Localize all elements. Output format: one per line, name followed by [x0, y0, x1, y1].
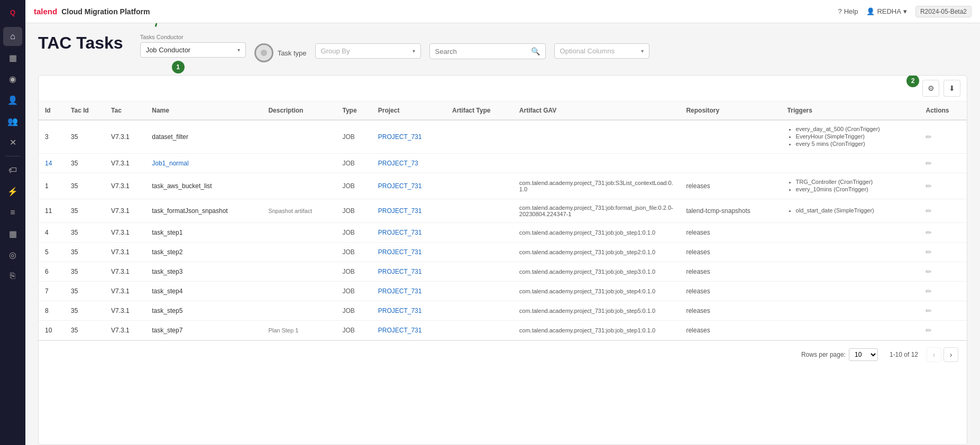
conductor-select[interactable]: Job Conductor ▾ [140, 42, 246, 58]
cell-repository: releases [680, 173, 781, 199]
sidebar-item-circle[interactable]: ◉ [3, 69, 22, 88]
cell-tac-id: 35 [65, 321, 105, 340]
cell-id: 10 [39, 321, 65, 340]
cell-id: 1 [39, 173, 65, 199]
table-download-button[interactable]: ⬇ [944, 80, 960, 97]
sidebar-item-tools[interactable]: ✕ [3, 133, 22, 152]
row-name-link[interactable]: Job1_normal [152, 160, 188, 167]
cell-name: task_aws_bucket_list [145, 173, 262, 199]
cell-project: PROJECT_731 [372, 262, 446, 282]
cell-artifact-type [446, 321, 513, 340]
edit-icon[interactable]: ✏ [926, 287, 932, 295]
sidebar-item-list[interactable]: ≡ [3, 203, 22, 222]
sidebar-item-grid[interactable]: ▦ [3, 224, 22, 243]
cell-description [262, 120, 336, 154]
cell-repository: releases [680, 243, 781, 262]
cell-project: PROJECT_731 [372, 282, 446, 301]
cell-actions: ✏ [919, 223, 967, 243]
groupby-select[interactable]: Group By ▾ [315, 43, 421, 59]
cell-actions: ✏ [919, 301, 967, 321]
optional-columns-select[interactable]: Optional Columns ▾ [554, 43, 649, 59]
toggle-label: Task type [278, 49, 307, 57]
cell-artifact-gav: com.talend.academy.project_731:job:job_s… [513, 301, 680, 321]
table-row: 7 35 V7.3.1 task_step4 JOB PROJECT_731 c… [39, 282, 967, 301]
cell-artifact-type [446, 223, 513, 243]
filter-row: Tasks Conductor Job Conductor ▾ 1 ➚ [140, 34, 967, 62]
sidebar-item-tag[interactable]: 🏷 [3, 161, 22, 180]
arrow-1: ➚ [147, 23, 166, 32]
conductor-wrapper: Tasks Conductor Job Conductor ▾ 1 ➚ [140, 34, 246, 58]
edit-icon[interactable]: ✏ [926, 326, 932, 335]
search-input[interactable] [435, 48, 528, 55]
edit-icon[interactable]: ✏ [926, 207, 932, 215]
cell-artifact-gav [513, 120, 680, 154]
cell-tac: V7.3.1 [105, 321, 145, 340]
table-row: 14 35 V7.3.1 Job1_normal JOB PROJECT_73 … [39, 154, 967, 173]
cell-type: JOB [336, 173, 372, 199]
groupby-chevron-icon: ▾ [413, 48, 415, 54]
conductor-filter: Tasks Conductor Job Conductor ▾ [140, 34, 246, 58]
edit-icon[interactable]: ✏ [926, 267, 932, 276]
task-type-toggle[interactable]: Task type [254, 43, 307, 62]
col-header-tac: Tac [105, 101, 145, 120]
cell-name: task_step5 [145, 301, 262, 321]
cell-description: Plan Step 1 [262, 321, 336, 340]
prev-page-button[interactable]: ‹ [927, 347, 941, 362]
row-name-link[interactable]: 14 [45, 160, 52, 167]
cell-actions: ✏ [919, 173, 967, 199]
cell-triggers [781, 321, 920, 340]
cell-repository: releases [680, 262, 781, 282]
edit-icon[interactable]: ✏ [926, 307, 932, 315]
edit-icon[interactable]: ✏ [926, 182, 932, 190]
col-header-artifact-type: Artifact Type [446, 101, 513, 120]
page-header: TAC Tasks Tasks Conductor Job Conductor … [38, 34, 967, 62]
cell-id: 6 [39, 262, 65, 282]
table-row: 11 35 V7.3.1 task_formatJson_snpashot Sn… [39, 199, 967, 223]
cell-triggers: TRG_Controller (CronTrigger)every_10mins… [781, 173, 920, 199]
cell-artifact-gav: com.talend.academy.project_731:job:S3Lis… [513, 173, 680, 199]
cell-tac: V7.3.1 [105, 199, 145, 223]
cell-tac: V7.3.1 [105, 243, 145, 262]
page-info: 1-10 of 12 [890, 351, 918, 358]
col-header-type: Type [336, 101, 372, 120]
sidebar-item-people[interactable]: 👥 [3, 112, 22, 131]
sidebar-item-export[interactable]: ⎘ [3, 266, 22, 285]
table-row: 10 35 V7.3.1 task_step7 Plan Step 1 JOB … [39, 321, 967, 340]
cell-repository [680, 154, 781, 173]
toggle-circle[interactable] [254, 43, 273, 62]
topbar-right: ? Help 👤 REDHA ▾ R2024-05-Beta2 [838, 6, 972, 17]
cell-tac: V7.3.1 [105, 120, 145, 154]
edit-icon[interactable]: ✏ [926, 228, 932, 237]
sidebar-item-person[interactable]: 👤 [3, 90, 22, 109]
sidebar-item-home[interactable]: ⌂ [3, 27, 22, 46]
cell-id: 14 [39, 154, 65, 173]
edit-icon[interactable]: ✏ [926, 248, 932, 256]
cell-artifact-type [446, 282, 513, 301]
cell-description [262, 282, 336, 301]
annotation-circle-2: 2 [906, 75, 919, 87]
col-header-id: Id [39, 101, 65, 120]
optional-columns-chevron-icon: ▾ [641, 48, 644, 54]
cell-artifact-type [446, 301, 513, 321]
cell-id: 4 [39, 223, 65, 243]
version-badge[interactable]: R2024-05-Beta2 [915, 6, 972, 17]
cell-type: JOB [336, 262, 372, 282]
cell-artifact-gav: com.talend.academy.project_731:job:job_s… [513, 243, 680, 262]
cell-artifact-gav: com.talend.academy.project_731:job:job_s… [513, 282, 680, 301]
cell-artifact-type [446, 154, 513, 173]
next-page-button[interactable]: › [944, 347, 958, 362]
cell-project: PROJECT_731 [372, 199, 446, 223]
table-row: 5 35 V7.3.1 task_step2 JOB PROJECT_731 c… [39, 243, 967, 262]
cell-description [262, 301, 336, 321]
sidebar-item-eye[interactable]: ◎ [3, 245, 22, 264]
rows-per-page-select[interactable]: 10 25 50 100 [849, 348, 878, 361]
table-settings-button[interactable]: ⚙ [922, 80, 939, 97]
user-menu[interactable]: 👤 REDHA ▾ [866, 7, 907, 15]
cell-triggers: old_start_date (SimpleTrigger) [781, 199, 920, 223]
sidebar-item-bolt[interactable]: ⚡ [3, 182, 22, 201]
help-button[interactable]: ? Help [838, 7, 858, 15]
col-header-triggers: Triggers [781, 101, 920, 120]
edit-icon[interactable]: ✏ [926, 159, 932, 168]
edit-icon[interactable]: ✏ [926, 133, 932, 141]
sidebar-item-dashboard[interactable]: ▦ [3, 48, 22, 67]
